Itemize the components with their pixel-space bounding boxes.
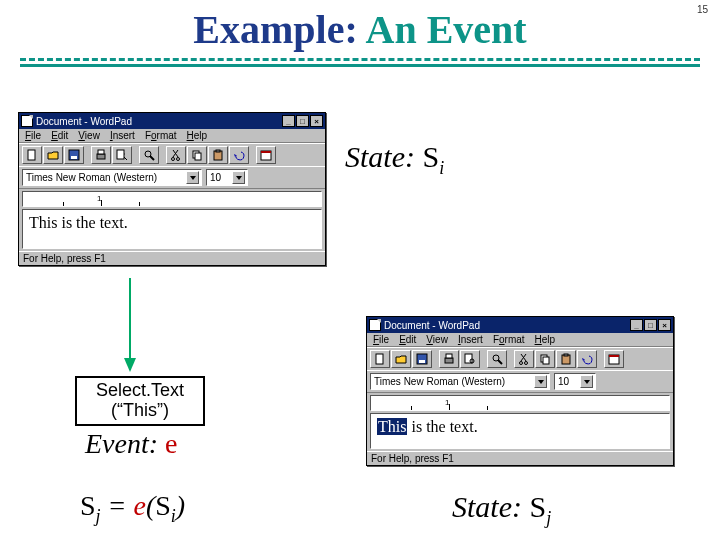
title-word-b: An Event [366,7,527,52]
minimize-button[interactable]: _ [630,319,643,331]
document-icon [21,115,33,127]
window-title: Document - WordPad [36,116,132,127]
slide-title: Example: An Event [0,6,720,53]
wordpad-window-after: Document - WordPad _ □ × File Edit View … [366,316,674,466]
menu-edit[interactable]: Edit [51,130,68,141]
svg-rect-17 [216,150,220,152]
svg-rect-0 [28,150,35,160]
title-word-a: Example: [193,7,357,52]
paste-button[interactable] [208,146,228,164]
menu-view[interactable]: View [426,334,448,345]
close-button[interactable]: × [658,319,671,331]
find-button[interactable] [487,350,507,368]
statusbar: For Help, press F1 [19,251,325,265]
svg-point-31 [520,362,523,365]
menubar: File Edit View Insert Format Help [367,333,673,347]
menu-format[interactable]: Format [145,130,177,141]
maximize-button[interactable]: □ [296,115,309,127]
find-button[interactable] [139,146,159,164]
svg-rect-34 [543,357,549,364]
title-underline-solid [20,64,700,67]
close-button[interactable]: × [310,115,323,127]
body-text-rest: is the text. [407,418,477,435]
title-underline-dashed [20,58,700,61]
svg-rect-25 [465,354,472,363]
font-name: Times New Roman (Western) [374,376,505,387]
titlebar[interactable]: Document - WordPad _ □ × [19,113,325,129]
menu-file[interactable]: File [373,334,389,345]
menu-help[interactable]: Help [535,334,556,345]
statusbar: For Help, press F1 [367,451,673,465]
font-combobox[interactable]: Times New Roman (Western) [370,373,550,390]
chevron-down-icon[interactable] [232,171,245,184]
menu-help[interactable]: Help [187,130,208,141]
ruler[interactable]: 1 [370,395,670,411]
svg-point-32 [525,362,528,365]
font-size: 10 [210,172,221,183]
open-button[interactable] [391,350,411,368]
undo-button[interactable] [229,146,249,164]
print-preview-button[interactable] [460,350,480,368]
print-button[interactable] [439,350,459,368]
label-state-si: State: Si [345,140,444,179]
font-size: 10 [558,376,569,387]
minimize-button[interactable]: _ [282,115,295,127]
menu-format[interactable]: Format [493,334,525,345]
chevron-down-icon[interactable] [580,375,593,388]
datetime-button[interactable] [604,350,624,368]
svg-rect-3 [97,154,105,159]
datetime-button[interactable] [256,146,276,164]
wordpad-window-before: Document - WordPad _ □ × File Edit View … [18,112,326,266]
menu-file[interactable]: File [25,130,41,141]
size-combobox[interactable]: 10 [206,169,248,186]
document-icon [369,319,381,331]
select-text-box: Select.Text (“This”) [75,376,205,426]
font-combobox[interactable]: Times New Roman (Western) [22,169,202,186]
chevron-down-icon[interactable] [534,375,547,388]
svg-point-12 [172,158,175,161]
label-equation: Sj = e(Si) [80,490,185,527]
cut-button[interactable] [166,146,186,164]
svg-rect-7 [117,150,124,159]
save-button[interactable] [412,350,432,368]
menu-insert[interactable]: Insert [458,334,483,345]
titlebar[interactable]: Document - WordPad _ □ × [367,317,673,333]
text-area[interactable]: This is the text. [22,209,322,249]
copy-button[interactable] [187,146,207,164]
arrow-icon [100,278,160,378]
svg-rect-24 [446,354,452,358]
svg-rect-19 [261,151,271,153]
toolbar [19,143,325,167]
new-button[interactable] [370,350,390,368]
status-text: For Help, press F1 [371,453,454,464]
size-combobox[interactable]: 10 [554,373,596,390]
label-state-sj: State: Sj [452,490,551,529]
svg-rect-23 [445,358,453,363]
svg-rect-2 [71,156,77,159]
cut-button[interactable] [514,350,534,368]
format-bar: Times New Roman (Western) 10 [367,371,673,393]
print-button[interactable] [91,146,111,164]
menu-insert[interactable]: Insert [110,130,135,141]
menu-view[interactable]: View [78,130,100,141]
select-text-line2: (“This”) [85,401,195,421]
maximize-button[interactable]: □ [644,319,657,331]
text-area[interactable]: This is the text. [370,413,670,449]
select-text-line1: Select.Text [85,381,195,401]
body-text-before: This is the text. [29,214,128,231]
save-button[interactable] [64,146,84,164]
ruler[interactable]: 1 [22,191,322,207]
paste-button[interactable] [556,350,576,368]
svg-rect-22 [419,360,425,363]
menu-edit[interactable]: Edit [399,334,416,345]
open-button[interactable] [43,146,63,164]
copy-button[interactable] [535,350,555,368]
svg-line-9 [150,156,154,160]
toolbar [367,347,673,371]
undo-button[interactable] [577,350,597,368]
menubar: File Edit View Insert Format Help [19,129,325,143]
print-preview-button[interactable] [112,146,132,164]
svg-rect-20 [376,354,383,364]
chevron-down-icon[interactable] [186,171,199,184]
new-button[interactable] [22,146,42,164]
